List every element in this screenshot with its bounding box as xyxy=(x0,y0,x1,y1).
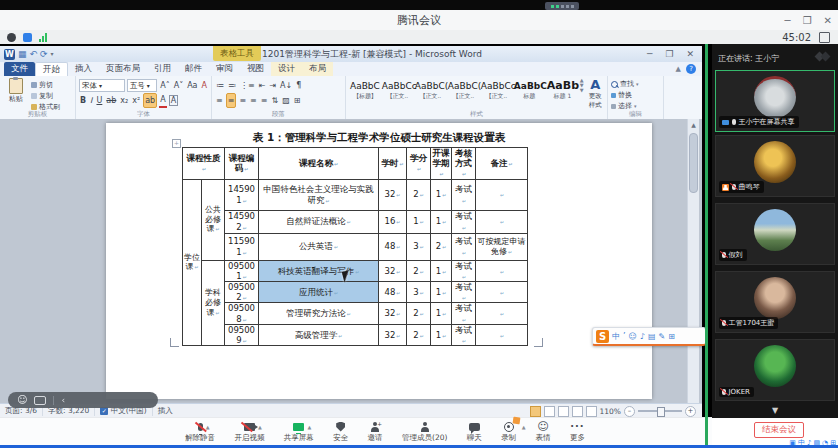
tab-insert[interactable]: 插入 xyxy=(68,62,99,76)
cell-credits[interactable]: 2 xyxy=(407,179,431,210)
cell-assessment[interactable]: 考试 xyxy=(452,233,476,260)
style-item[interactable]: AaBbC标题 xyxy=(513,78,546,102)
subscript-icon[interactable]: x₂ xyxy=(119,94,129,107)
cell-assessment[interactable]: 考试 xyxy=(452,260,476,281)
zoom-thumb[interactable] xyxy=(657,407,665,417)
chinese-mode-icon[interactable]: 中 xyxy=(612,330,620,343)
skin-icon[interactable]: ⊞ xyxy=(668,330,675,343)
reactions-pill[interactable]: ☺ ‹ xyxy=(8,392,158,408)
change-case-icon[interactable]: Aa xyxy=(186,79,198,92)
style-gallery-scroll[interactable]: ▲▼▼ xyxy=(580,78,584,93)
cell-semester[interactable]: 1 xyxy=(431,324,452,345)
minimize-icon[interactable]: ─ xyxy=(785,15,791,26)
cell-credits[interactable]: 2 xyxy=(407,260,431,281)
cell-assessment[interactable]: 考试 xyxy=(452,281,476,302)
close-icon[interactable]: ✕ xyxy=(824,15,832,26)
shading-icon[interactable]: ▨ xyxy=(281,94,291,107)
cell-note[interactable] xyxy=(476,260,528,281)
participant-tile[interactable]: 王小宁在屏幕共享 xyxy=(715,70,835,132)
tab-view[interactable]: 视图 xyxy=(240,62,271,76)
header-semester[interactable]: 开课学期 xyxy=(431,148,452,180)
cell-credits[interactable]: 3 xyxy=(407,281,431,302)
screen-share-mini-toolbar[interactable] xyxy=(545,2,579,10)
cell-semester[interactable]: 1 xyxy=(431,210,452,233)
cell-code[interactable]: 095009 xyxy=(225,324,259,345)
style-item[interactable]: AaBbCc【正文.. xyxy=(381,78,414,102)
scroll-up-icon[interactable]: ▲ xyxy=(688,119,699,131)
cell-code[interactable]: 115901 xyxy=(225,233,259,260)
tab-page-layout[interactable]: 页面布局 xyxy=(99,62,147,76)
document-canvas[interactable]: 表 1：管理科学与工程学术学位硕士研究生课程设置表 + 课程性质 课程编码 课程… xyxy=(0,119,702,403)
restore-icon[interactable]: ❐ xyxy=(803,15,812,26)
cell-hours[interactable]: 16 xyxy=(379,210,407,233)
cell-semester[interactable]: 2 xyxy=(431,233,452,260)
ime-toolbar[interactable]: S 中 ’ ☺ ♪ ▤ ✎ ⊞ xyxy=(592,327,706,346)
cell-name-highlighted[interactable]: 科技英语翻译与写作 xyxy=(259,260,379,281)
record-button[interactable]: ▲ 录制 xyxy=(501,419,516,445)
cell-hours[interactable]: 32 xyxy=(379,260,407,281)
cell-name[interactable]: 公共英语 xyxy=(259,233,379,260)
ribbon-collapse-icon[interactable]: ▲ xyxy=(676,65,681,73)
word-close-icon[interactable]: ✕ xyxy=(686,49,694,59)
superscript-icon[interactable]: x² xyxy=(131,94,141,107)
record-options-caret-icon[interactable]: ▲ xyxy=(522,424,526,430)
tab-review[interactable]: 审阅 xyxy=(209,62,240,76)
cell-hours[interactable]: 48 xyxy=(379,233,407,260)
style-item[interactable]: AaBb标题 1 xyxy=(546,78,579,102)
cell-note[interactable] xyxy=(476,303,528,324)
document-page[interactable]: 表 1：管理科学与工程学术学位硕士研究生课程设置表 + 课程性质 课程编码 课程… xyxy=(106,123,652,399)
style-item[interactable]: AaBbC(【正文.. xyxy=(414,78,447,102)
tab-design[interactable]: 设计 xyxy=(271,62,302,76)
align-right-icon[interactable]: ≡ xyxy=(238,94,247,107)
cell-hours[interactable]: 32 xyxy=(379,303,407,324)
draft-view-icon[interactable] xyxy=(586,406,597,417)
cell-note[interactable] xyxy=(476,281,528,302)
grow-font-icon[interactable]: A˄ xyxy=(159,79,170,92)
cell-credits[interactable]: 1 xyxy=(407,210,431,233)
header-code[interactable]: 课程编码 xyxy=(225,148,259,180)
table-move-handle-icon[interactable]: + xyxy=(172,139,181,148)
sogou-logo-icon[interactable]: S xyxy=(596,330,609,343)
find-button[interactable]: 查找▾ xyxy=(611,79,660,89)
font-color-icon[interactable]: A xyxy=(159,93,166,108)
zoom-out-icon[interactable]: – xyxy=(624,406,635,417)
cell-note[interactable] xyxy=(476,210,528,233)
mic-options-caret-icon[interactable]: ▲ xyxy=(206,424,210,430)
clear-formatting-icon[interactable]: A xyxy=(201,79,208,92)
cell-code[interactable]: 095001 xyxy=(225,260,259,281)
zoom-level[interactable]: 110% xyxy=(600,407,621,416)
unmute-button[interactable]: ▲ 解除静音 xyxy=(185,419,215,445)
cell-semester[interactable]: 1 xyxy=(431,179,452,210)
cell-group[interactable]: 公共必修课 xyxy=(202,179,225,260)
invite-button[interactable]: + 邀请 xyxy=(368,419,383,445)
insert-mode[interactable]: 插入 xyxy=(153,406,178,416)
cell-name-highlighted[interactable]: 应用统计 xyxy=(259,281,379,302)
emoji-button[interactable]: ☺ 表情 xyxy=(536,419,551,445)
undo-icon[interactable]: ↶ xyxy=(30,49,38,59)
bullets-icon[interactable]: ≔ xyxy=(215,79,225,92)
course-table[interactable]: 课程性质 课程编码 课程名称 学时 学分 开课学期 考核方式 备注 学位课 公共… xyxy=(182,147,528,346)
security-button[interactable]: 安全 xyxy=(333,419,348,445)
cell-credits[interactable]: 3 xyxy=(407,233,431,260)
redo-icon[interactable]: ⟳ xyxy=(40,49,48,59)
cell-credits[interactable]: 2 xyxy=(407,303,431,324)
collapse-pill-icon[interactable]: ‹ xyxy=(61,395,65,405)
header-note[interactable]: 备注 xyxy=(476,148,528,180)
quick-access-dropdown-icon[interactable]: ▾ xyxy=(51,49,54,59)
cell-note[interactable]: 可按规定申请免修 xyxy=(476,233,528,260)
start-video-button[interactable]: ▲ 开启视频 xyxy=(234,419,264,445)
style-item[interactable]: AaBbC【标题】 xyxy=(349,78,381,102)
paste-button[interactable]: 粘贴 xyxy=(3,78,29,112)
decrease-indent-icon[interactable]: ⇤ xyxy=(258,79,267,92)
copy-button[interactable]: 复制 xyxy=(31,91,60,101)
fullscreen-icon[interactable] xyxy=(819,32,830,43)
cell-note[interactable] xyxy=(476,324,528,345)
cell-category[interactable]: 学位课 xyxy=(183,179,202,346)
cell-assessment[interactable]: 考试 xyxy=(452,303,476,324)
scroll-participants-icon[interactable]: ▼ xyxy=(712,406,838,415)
shrink-font-icon[interactable]: A˅ xyxy=(173,79,184,92)
fullscreen-view-icon[interactable] xyxy=(544,406,555,417)
borders-icon[interactable]: ⊞ xyxy=(293,94,302,107)
align-left-icon[interactable]: ≡ xyxy=(215,94,224,107)
cell-assessment[interactable]: 考试 xyxy=(452,179,476,210)
